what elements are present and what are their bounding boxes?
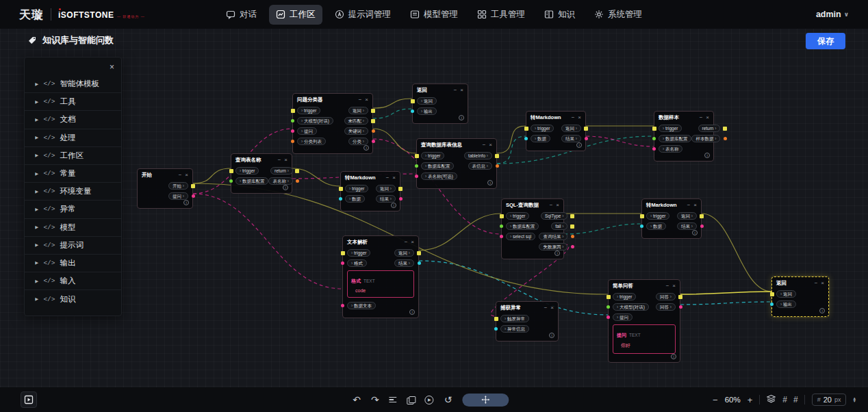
input-port[interactable]: 数据 (646, 222, 666, 230)
yellow-port-dot[interactable] (371, 119, 375, 123)
output-port[interactable]: 结果 (677, 222, 697, 230)
snap-grid-button[interactable]: # (782, 395, 787, 404)
green-port-dot[interactable] (652, 137, 656, 140)
palette-item-4[interactable]: ▶</>工作区 (25, 147, 121, 165)
orange-port-dot[interactable] (724, 137, 727, 140)
magenta-port-dot[interactable] (700, 224, 704, 228)
node-info-icon[interactable]: i (283, 185, 288, 190)
node-return-end[interactable]: 返回−×返回输出i (771, 276, 829, 317)
palette-item-0[interactable]: ▶</>智能体模板 (25, 75, 121, 93)
input-port[interactable]: trigger (646, 212, 669, 220)
node-minimize-icon[interactable]: − (278, 157, 281, 163)
input-port[interactable]: trigger (347, 249, 370, 257)
node-simple-qa[interactable]: 简单问答−×trigger大模型(对话)提问回答回答提问TEXT你好i (608, 279, 680, 363)
node-close-icon[interactable]: × (693, 203, 697, 208)
node-to-markdown-3[interactable]: 转Markdown−×trigger数据返回结果i (641, 198, 702, 239)
output-port[interactable]: 表信息 (468, 162, 492, 170)
node-query-db-table-info[interactable]: 查询数据库表信息−×trigger数据库配置表名称(可选)tableInfo表信… (416, 138, 497, 189)
node-info-icon[interactable]: i (704, 153, 710, 158)
undo-button[interactable]: ↶ (353, 395, 361, 404)
cyan-port-dot[interactable] (770, 302, 774, 306)
palette-item-6[interactable]: ▶</>环境变量 (25, 183, 121, 201)
input-port[interactable]: 大模型(对话) (613, 303, 649, 311)
yellow-port-dot[interactable] (191, 184, 195, 188)
input-port[interactable]: 数据 (531, 135, 550, 142)
node-question-classifier[interactable]: 问题分类器−×trigger大模型(对话)提问分类列表返回未匹配关键词分类i (292, 93, 373, 154)
yellow-port-dot[interactable] (640, 214, 644, 218)
node-info-icon[interactable]: i (459, 115, 464, 120)
output-port[interactable]: return (698, 125, 721, 132)
workflow-canvas[interactable]: 开始−×开始提问i查询表名称−×trigger数据库配置return表名称i问题… (0, 0, 868, 412)
yellow-port-dot[interactable] (584, 127, 588, 131)
node-info-icon[interactable]: i (549, 333, 554, 338)
yellow-port-dot[interactable] (524, 127, 528, 131)
node-close-icon[interactable]: × (706, 115, 709, 120)
output-port[interactable]: tableInfo (464, 152, 492, 159)
node-minimize-icon[interactable]: − (483, 142, 486, 148)
yellow-port-dot[interactable] (341, 251, 345, 255)
output-port[interactable]: 样本数据 (691, 135, 720, 142)
yellow-port-dot[interactable] (291, 109, 295, 113)
nav-item-prompt-management[interactable]: 提示词管理 (328, 5, 398, 25)
nav-item-chat[interactable]: 对话 (219, 5, 264, 25)
node-close-icon[interactable]: × (578, 115, 581, 120)
input-port[interactable]: trigger (345, 185, 368, 192)
yellow-port-dot[interactable] (570, 214, 574, 218)
input-port[interactable]: 异常信息 (500, 325, 529, 333)
cyan-port-dot[interactable] (339, 197, 342, 201)
yellow-port-dot[interactable] (652, 127, 656, 131)
node-info-icon[interactable]: i (409, 309, 415, 315)
input-port[interactable]: 表名称 (659, 145, 682, 153)
node-text-parse[interactable]: 文本解析−×trigger格式返回结果格式TEXTcode数据文本i (342, 235, 419, 318)
node-minimize-icon[interactable]: − (405, 240, 408, 245)
node-minimize-icon[interactable]: − (572, 115, 575, 120)
input-port[interactable]: select sql (506, 233, 535, 240)
node-minimize-icon[interactable]: − (386, 175, 390, 181)
node-query-table-names[interactable]: 查询表名称−×trigger数据库配置return表名称i (231, 153, 292, 194)
input-port[interactable]: trigger (613, 293, 636, 300)
node-minimize-icon[interactable]: − (179, 172, 182, 178)
align-button[interactable] (390, 397, 397, 403)
nav-item-system-management[interactable]: 系统管理 (587, 5, 649, 25)
output-port[interactable]: 返回 (376, 185, 396, 192)
input-port[interactable]: 数据库配置 (421, 162, 454, 170)
palette-item-3[interactable]: ▶</>处理 (25, 129, 121, 147)
node-minimize-icon[interactable]: − (666, 283, 669, 289)
node-to-markdown-2[interactable]: 转Markdown−×trigger数据返回结果i (340, 171, 400, 211)
node-close-icon[interactable]: × (284, 157, 288, 163)
node-close-icon[interactable]: × (460, 88, 463, 93)
yellow-port-dot[interactable] (339, 187, 343, 191)
node-sql-query[interactable]: SQL-查询数据−×trigger数据库配置select sqlSqlTypef… (501, 198, 564, 259)
node-to-markdown-1[interactable]: 转Markdown−×trigger数据返回结果i (526, 111, 586, 151)
cyan-port-dot[interactable] (524, 137, 528, 140)
node-close-icon[interactable]: × (550, 305, 554, 311)
node-info-icon[interactable]: i (391, 203, 396, 208)
node-info-icon[interactable]: i (554, 250, 560, 256)
redo-button[interactable]: ↷ (371, 395, 379, 404)
yellow-port-dot[interactable] (371, 109, 375, 113)
input-port[interactable]: trigger (659, 125, 682, 132)
cyan-port-dot[interactable] (411, 110, 414, 113)
yellow-port-dot[interactable] (678, 295, 682, 299)
input-port[interactable]: 提问 (297, 127, 317, 135)
input-port[interactable]: 返回 (417, 97, 437, 105)
input-port[interactable]: 返回 (776, 290, 796, 298)
node-minimize-icon[interactable]: − (550, 203, 553, 208)
yellow-port-dot[interactable] (295, 169, 299, 173)
output-port[interactable]: 结果 (561, 135, 581, 142)
magenta-port-dot[interactable] (415, 175, 418, 178)
input-port[interactable]: trigger (531, 125, 554, 132)
green-port-dot[interactable] (229, 179, 233, 183)
input-port[interactable]: 数据库配置 (235, 177, 268, 185)
zoom-out-button[interactable]: − (713, 395, 718, 405)
magenta-port-dot[interactable] (585, 137, 588, 140)
yellow-port-dot[interactable] (415, 154, 419, 158)
grid-size-stepper[interactable]: ▴ ▾ (853, 397, 856, 402)
green-port-dot[interactable] (291, 119, 294, 123)
output-port[interactable]: 表名称 (268, 177, 292, 185)
palette-item-12[interactable]: ▶</>知识 (25, 290, 121, 308)
output-port[interactable]: 分类 (348, 138, 368, 145)
node-close-icon[interactable]: × (672, 283, 676, 289)
node-info-icon[interactable]: i (692, 230, 698, 235)
user-menu[interactable]: admin ∨ (816, 10, 849, 19)
